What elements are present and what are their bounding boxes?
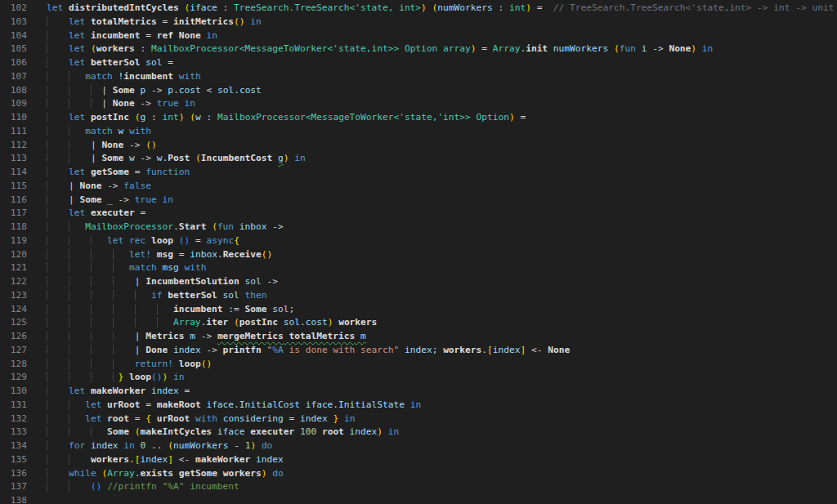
- code-line[interactable]: 130 let makeWorker index =: [0, 385, 837, 399]
- code-text[interactable]: let rec loop () = async{: [47, 234, 239, 248]
- line-number[interactable]: 117: [0, 207, 27, 221]
- line-number[interactable]: 104: [0, 29, 27, 43]
- code-text[interactable]: | Some _ -> true in: [47, 194, 173, 207]
- line-number[interactable]: 128: [0, 358, 27, 372]
- code-text[interactable]: let executer =: [47, 207, 145, 221]
- code-text[interactable]: let totalMetrics = initMetrics() in: [47, 16, 262, 29]
- line-number[interactable]: 133: [0, 426, 27, 439]
- line-number[interactable]: 123: [0, 289, 27, 303]
- code-line[interactable]: 116 | Some _ -> true in: [0, 194, 837, 207]
- code-line[interactable]: 111 match w with: [0, 125, 837, 139]
- code-line[interactable]: 110 let postInc (g : int) (w : MailboxPr…: [0, 111, 837, 125]
- code-text[interactable]: let makeWorker index =: [47, 385, 190, 399]
- code-text[interactable]: Some (makeIntCycles iface executer 100 r…: [47, 426, 399, 439]
- code-line[interactable]: 124 incumbent := Some sol;: [0, 303, 837, 317]
- line-number[interactable]: 119: [0, 234, 27, 248]
- line-number[interactable]: 107: [0, 70, 27, 84]
- code-line[interactable]: 138: [0, 494, 837, 504]
- code-text[interactable]: let incumbent = ref None in: [47, 29, 217, 43]
- code-line[interactable]: 122 | IncumbentSolution sol ->: [0, 275, 837, 289]
- code-text[interactable]: match w with: [47, 125, 151, 139]
- line-number[interactable]: 135: [0, 453, 27, 467]
- code-text[interactable]: | None -> false: [47, 180, 151, 194]
- code-line[interactable]: 132 let root = { urRoot with considering…: [0, 413, 837, 426]
- line-number[interactable]: 115: [0, 180, 27, 194]
- line-number[interactable]: 132: [0, 413, 27, 426]
- code-line[interactable]: 126 | Metrics m -> mergeMetrics totalMet…: [0, 330, 837, 344]
- code-text[interactable]: } loop()) in: [47, 371, 184, 385]
- code-line[interactable]: 123 if betterSol sol then: [0, 289, 837, 303]
- code-text[interactable]: workers.[index] <- makeWorker index: [47, 453, 284, 467]
- code-line[interactable]: 102let distributedIntCycles (iface : Tre…: [0, 2, 837, 16]
- code-text[interactable]: return! loop(): [47, 358, 212, 372]
- code-line[interactable]: 137 () //printfn "%A" incumbent: [0, 480, 837, 494]
- line-number[interactable]: 103: [0, 16, 27, 29]
- code-text[interactable]: let getSome = function: [47, 166, 190, 180]
- line-number[interactable]: 129: [0, 371, 27, 385]
- line-number[interactable]: 114: [0, 166, 27, 180]
- line-number[interactable]: 122: [0, 275, 27, 289]
- code-text[interactable]: let postInc (g : int) (w : MailboxProces…: [47, 111, 526, 125]
- code-line[interactable]: 103 let totalMetrics = initMetrics() in: [0, 16, 837, 29]
- code-line[interactable]: 115 | None -> false: [0, 180, 837, 194]
- code-text[interactable]: | None -> (): [47, 139, 157, 153]
- line-number[interactable]: 102: [0, 2, 27, 16]
- code-line[interactable]: 105 let (workers : MailboxProcessor<Mess…: [0, 42, 837, 56]
- line-number[interactable]: 105: [0, 42, 27, 56]
- code-line[interactable]: 136 while (Array.exists getSome workers)…: [0, 467, 837, 481]
- code-line[interactable]: 125 Array.iter (postInc sol.cost) worker…: [0, 316, 837, 330]
- code-line[interactable]: 117 let executer =: [0, 207, 837, 221]
- line-number[interactable]: 110: [0, 111, 27, 125]
- code-text[interactable]: let! msg = inbox.Receive(): [47, 248, 272, 262]
- line-number[interactable]: 124: [0, 303, 27, 317]
- line-number[interactable]: 111: [0, 125, 27, 139]
- code-text[interactable]: () //printfn "%A" incumbent: [47, 480, 239, 494]
- code-line[interactable]: 129 } loop()) in: [0, 371, 837, 385]
- line-number[interactable]: 130: [0, 385, 27, 399]
- code-text[interactable]: while (Array.exists getSome workers) do: [47, 467, 284, 481]
- code-line[interactable]: 128 return! loop(): [0, 358, 837, 372]
- line-number[interactable]: 116: [0, 194, 27, 207]
- code-text[interactable]: | Some w -> w.Post (IncumbentCost g) in: [47, 152, 306, 166]
- code-line[interactable]: 119 let rec loop () = async{: [0, 234, 837, 248]
- code-editor[interactable]: 102let distributedIntCycles (iface : Tre…: [0, 0, 837, 504]
- line-number[interactable]: 137: [0, 480, 27, 494]
- code-line[interactable]: 131 let urRoot = makeRoot iface.InitialC…: [0, 399, 837, 413]
- code-line[interactable]: 118 MailboxProcessor.Start (fun inbox ->: [0, 221, 837, 234]
- code-text[interactable]: | Done index -> printfn "%A is done with…: [47, 344, 570, 358]
- code-text[interactable]: match msg with: [47, 261, 206, 275]
- code-text[interactable]: let distributedIntCycles (iface : TreeSe…: [47, 2, 834, 16]
- code-text[interactable]: | Some p -> p.cost < sol.cost: [47, 84, 262, 98]
- code-text[interactable]: | Metrics m -> mergeMetrics totalMetrics…: [47, 330, 366, 344]
- code-text[interactable]: MailboxProcessor.Start (fun inbox ->: [47, 221, 284, 234]
- code-line[interactable]: 113 | Some w -> w.Post (IncumbentCost g)…: [0, 152, 837, 166]
- line-number[interactable]: 126: [0, 330, 27, 344]
- code-line[interactable]: 106 let betterSol sol =: [0, 56, 837, 70]
- code-text[interactable]: match !incumbent with: [47, 70, 201, 84]
- line-number[interactable]: 125: [0, 316, 27, 330]
- line-number[interactable]: 106: [0, 56, 27, 70]
- line-number[interactable]: 131: [0, 399, 27, 413]
- code-line[interactable]: 109 | None -> true in: [0, 97, 837, 111]
- line-number[interactable]: 121: [0, 261, 27, 275]
- code-line[interactable]: 112 | None -> (): [0, 139, 837, 153]
- line-number[interactable]: 134: [0, 439, 27, 453]
- code-line[interactable]: 107 match !incumbent with: [0, 70, 837, 84]
- line-number[interactable]: 113: [0, 152, 27, 166]
- code-line[interactable]: 133 Some (makeIntCycles iface executer 1…: [0, 426, 837, 439]
- code-text[interactable]: if betterSol sol then: [47, 289, 267, 303]
- code-line[interactable]: 135 workers.[index] <- makeWorker index: [0, 453, 837, 467]
- line-number[interactable]: 108: [0, 84, 27, 98]
- code-text[interactable]: let betterSol sol =: [47, 56, 173, 70]
- line-number[interactable]: 138: [0, 494, 27, 504]
- code-line[interactable]: 121 match msg with: [0, 261, 837, 275]
- line-number[interactable]: 118: [0, 221, 27, 234]
- code-text[interactable]: let urRoot = makeRoot iface.InitialCost …: [47, 399, 421, 413]
- line-number[interactable]: 112: [0, 139, 27, 153]
- code-text[interactable]: incumbent := Some sol;: [47, 303, 294, 317]
- code-line[interactable]: 127 | Done index -> printfn "%A is done …: [0, 344, 837, 358]
- line-number[interactable]: 120: [0, 248, 27, 262]
- line-number[interactable]: 136: [0, 467, 27, 481]
- code-text[interactable]: Array.iter (postInc sol.cost) workers: [47, 316, 377, 330]
- code-line[interactable]: 104 let incumbent = ref None in: [0, 29, 837, 43]
